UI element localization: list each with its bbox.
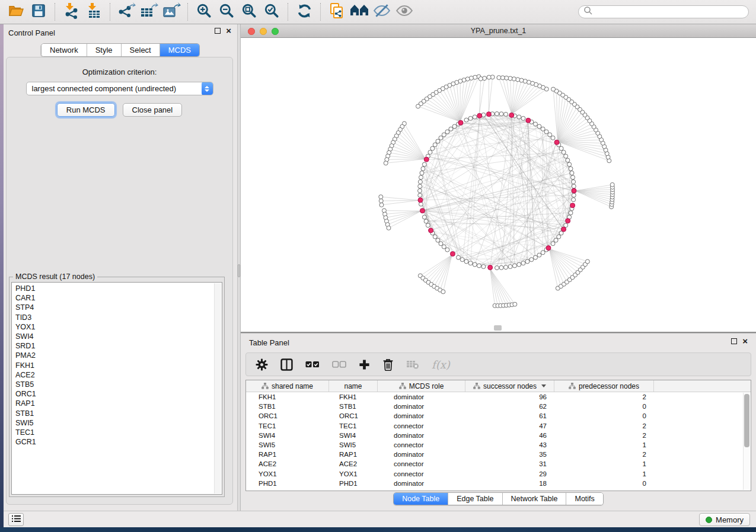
table-row[interactable]: FKH1FKH1dominator962 bbox=[246, 392, 751, 402]
cell-mcds-role[interactable]: dominator bbox=[378, 450, 465, 459]
hide-selected-button[interactable] bbox=[372, 2, 392, 21]
cell-shared-name[interactable]: ORC1 bbox=[246, 411, 329, 421]
cell-predecessor-nodes[interactable]: 1 bbox=[554, 469, 654, 479]
save-session-button[interactable] bbox=[28, 2, 49, 21]
delete-column-trash-icon[interactable] bbox=[382, 358, 394, 371]
tab-mcds[interactable]: MCDS bbox=[160, 44, 199, 56]
cell-successor-nodes[interactable]: 29 bbox=[465, 469, 554, 479]
tab-select[interactable]: Select bbox=[122, 44, 160, 56]
cell-successor-nodes[interactable]: 31 bbox=[465, 459, 554, 469]
table-row[interactable]: PHD1PHD1dominator180 bbox=[246, 479, 751, 488]
cell-shared-name[interactable]: TEC1 bbox=[246, 421, 329, 431]
table-row[interactable]: ACE2ACE2connector311 bbox=[246, 459, 751, 469]
memory-button[interactable]: Memory bbox=[699, 513, 750, 526]
select-all-columns-icon[interactable] bbox=[305, 361, 320, 368]
cell-name[interactable]: PHD1 bbox=[329, 479, 378, 488]
cell-name[interactable]: YOX1 bbox=[329, 469, 378, 479]
import-network-button[interactable] bbox=[61, 2, 81, 21]
tab-motifs[interactable]: Motifs bbox=[566, 493, 602, 505]
run-mcds-button[interactable]: Run MCDS bbox=[57, 103, 115, 117]
cell-mcds-role[interactable]: connector bbox=[378, 459, 465, 469]
export-table-button[interactable] bbox=[139, 2, 159, 21]
table-row[interactable]: ORC1ORC1dominator610 bbox=[246, 411, 751, 421]
mcds-result-item[interactable]: STP4 bbox=[15, 303, 222, 312]
mcds-result-item[interactable]: PHD1 bbox=[15, 284, 222, 293]
cell-successor-nodes[interactable]: 96 bbox=[465, 392, 554, 402]
network-hscroll-thumb[interactable] bbox=[494, 325, 502, 331]
mcds-list-scrollbar[interactable] bbox=[214, 283, 221, 493]
table-row[interactable]: SWI5SWI5connector431 bbox=[246, 440, 751, 450]
show-columns-icon[interactable] bbox=[280, 358, 293, 371]
cell-name[interactable]: ACE2 bbox=[329, 459, 378, 469]
cell-predecessor-nodes[interactable]: 0 bbox=[554, 479, 654, 488]
cell-mcds-role[interactable]: dominator bbox=[378, 431, 465, 440]
column-header-name[interactable]: name bbox=[329, 380, 378, 392]
cell-predecessor-nodes[interactable]: 1 bbox=[554, 440, 654, 450]
cell-name[interactable]: SWI5 bbox=[329, 440, 378, 450]
zoom-fit-button[interactable] bbox=[239, 2, 259, 21]
zoom-in-button[interactable] bbox=[194, 2, 214, 21]
cell-name[interactable]: FKH1 bbox=[329, 392, 378, 402]
mcds-result-item[interactable]: GCR1 bbox=[15, 437, 222, 447]
cell-successor-nodes[interactable]: 43 bbox=[465, 440, 554, 450]
cell-name[interactable]: STB1 bbox=[329, 402, 378, 411]
refresh-button[interactable] bbox=[294, 2, 314, 21]
cell-successor-nodes[interactable]: 46 bbox=[465, 431, 554, 440]
mcds-result-item[interactable]: CAR1 bbox=[15, 293, 222, 303]
cell-predecessor-nodes[interactable]: 2 bbox=[554, 421, 654, 431]
cell-mcds-role[interactable]: connector bbox=[378, 421, 465, 431]
cell-name[interactable]: TEC1 bbox=[329, 421, 378, 431]
table-row[interactable]: SWI4SWI4dominator462 bbox=[246, 431, 751, 440]
table-settings-gear-icon[interactable] bbox=[256, 358, 268, 371]
mcds-result-item[interactable]: ACE2 bbox=[15, 370, 222, 380]
cell-successor-nodes[interactable]: 61 bbox=[465, 411, 554, 421]
cell-shared-name[interactable]: SWI4 bbox=[246, 431, 329, 440]
unselect-all-columns-icon[interactable] bbox=[332, 361, 346, 368]
table-scrollbar-thumb[interactable] bbox=[744, 394, 749, 447]
cell-successor-nodes[interactable]: 18 bbox=[465, 479, 554, 488]
float-panel-icon[interactable] bbox=[215, 28, 221, 34]
close-panel-icon[interactable]: × bbox=[226, 28, 231, 34]
cell-name[interactable]: RAP1 bbox=[329, 450, 378, 459]
export-network-button[interactable] bbox=[116, 2, 136, 21]
search-input[interactable] bbox=[593, 8, 744, 16]
export-image-button[interactable] bbox=[161, 2, 181, 21]
cell-shared-name[interactable]: ACE2 bbox=[246, 459, 329, 469]
criterion-dropdown[interactable]: largest connected component (undirected) bbox=[26, 82, 213, 95]
show-log-console-button[interactable] bbox=[8, 513, 24, 526]
cell-predecessor-nodes[interactable]: 0 bbox=[554, 402, 654, 411]
tab-style[interactable]: Style bbox=[87, 44, 122, 56]
cell-name[interactable]: ORC1 bbox=[329, 411, 378, 421]
column-header-predecessor-nodes[interactable]: predecessor nodes bbox=[554, 380, 654, 392]
mcds-result-item[interactable]: FKH1 bbox=[15, 361, 222, 370]
close-table-panel-icon[interactable]: × bbox=[742, 338, 748, 344]
cell-shared-name[interactable]: SWI5 bbox=[246, 440, 329, 450]
table-row[interactable]: RAP1RAP1dominator352 bbox=[246, 450, 751, 459]
zoom-selected-button[interactable] bbox=[261, 2, 282, 21]
cell-mcds-role[interactable]: connector bbox=[378, 440, 465, 450]
zoom-out-button[interactable] bbox=[216, 2, 237, 21]
cell-mcds-role[interactable]: dominator bbox=[378, 411, 465, 421]
table-row[interactable]: TEC1TEC1connector472 bbox=[246, 421, 751, 431]
mcds-result-item[interactable]: SWI4 bbox=[15, 332, 222, 341]
tab-node-table[interactable]: Node Table bbox=[394, 493, 448, 505]
cell-successor-nodes[interactable]: 62 bbox=[465, 402, 554, 411]
close-panel-button[interactable]: Close panel bbox=[123, 103, 183, 117]
create-column-plus-icon[interactable] bbox=[359, 359, 370, 370]
cell-mcds-role[interactable]: dominator bbox=[378, 392, 465, 402]
mcds-result-item[interactable]: TEC1 bbox=[15, 428, 222, 437]
mcds-result-item[interactable]: PMA2 bbox=[15, 351, 222, 360]
mcds-result-item[interactable]: SRD1 bbox=[15, 341, 222, 351]
cell-mcds-role[interactable]: connector bbox=[378, 469, 465, 479]
cell-shared-name[interactable]: FKH1 bbox=[246, 392, 329, 402]
show-all-button[interactable] bbox=[394, 2, 414, 21]
table-row[interactable]: STB1STB1dominator620 bbox=[246, 402, 751, 411]
cell-mcds-role[interactable]: dominator bbox=[378, 402, 465, 411]
tab-network[interactable]: Network bbox=[42, 44, 87, 56]
first-neighbors-button[interactable] bbox=[349, 2, 369, 21]
cell-predecessor-nodes[interactable]: 2 bbox=[554, 392, 654, 402]
mcds-result-item[interactable]: TID3 bbox=[15, 313, 222, 322]
cell-predecessor-nodes[interactable]: 1 bbox=[554, 459, 654, 469]
cell-successor-nodes[interactable]: 35 bbox=[465, 450, 554, 459]
tab-edge-table[interactable]: Edge Table bbox=[448, 493, 502, 505]
